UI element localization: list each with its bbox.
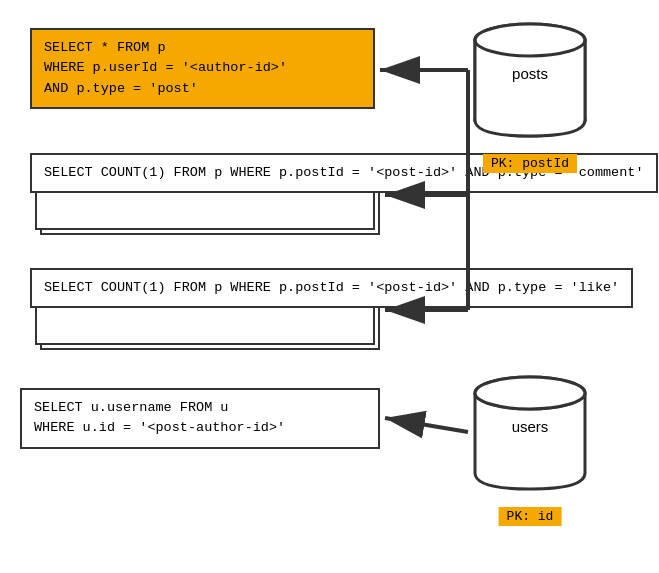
query-1-line-2: WHERE p.userId = '<author-id>': [44, 58, 361, 78]
users-db-label: users: [470, 418, 590, 435]
query-4-line-1: SELECT u.username FROM u: [34, 398, 366, 418]
svg-point-11: [475, 377, 585, 409]
posts-pk-badge: PK: postId: [483, 154, 577, 173]
query-3-box: SELECT COUNT(1) FROM p WHERE p.postId = …: [30, 268, 633, 308]
query-1-line-1: SELECT * FROM p: [44, 38, 361, 58]
svg-line-17: [385, 418, 468, 432]
query-4-line-2: WHERE u.id = '<post-author-id>': [34, 418, 366, 438]
posts-db-label: posts: [470, 65, 590, 82]
query-3-line-3: AND p.type = 'like': [465, 280, 619, 295]
users-db: users PK: id: [470, 368, 590, 498]
query-3-wrapper: SELECT COUNT(1) FROM p WHERE p.postId = …: [30, 268, 633, 308]
query-1-box: SELECT * FROM p WHERE p.userId = '<autho…: [30, 28, 375, 109]
query-3-line-2: WHERE p.postId = '<post-id>': [230, 280, 457, 295]
query-2-line-1: SELECT COUNT(1) FROM p: [44, 165, 222, 180]
query-2-line-2: WHERE p.postId = '<post-id>': [230, 165, 457, 180]
query-1-line-3: AND p.type = 'post': [44, 79, 361, 99]
posts-db: posts PK: postId: [470, 15, 590, 145]
svg-point-4: [475, 24, 585, 56]
diagram: SELECT * FROM p WHERE p.userId = '<autho…: [0, 0, 659, 573]
query-3-line-1: SELECT COUNT(1) FROM p: [44, 280, 222, 295]
users-pk-badge: PK: id: [499, 507, 562, 526]
query-4-box: SELECT u.username FROM u WHERE u.id = '<…: [20, 388, 380, 449]
